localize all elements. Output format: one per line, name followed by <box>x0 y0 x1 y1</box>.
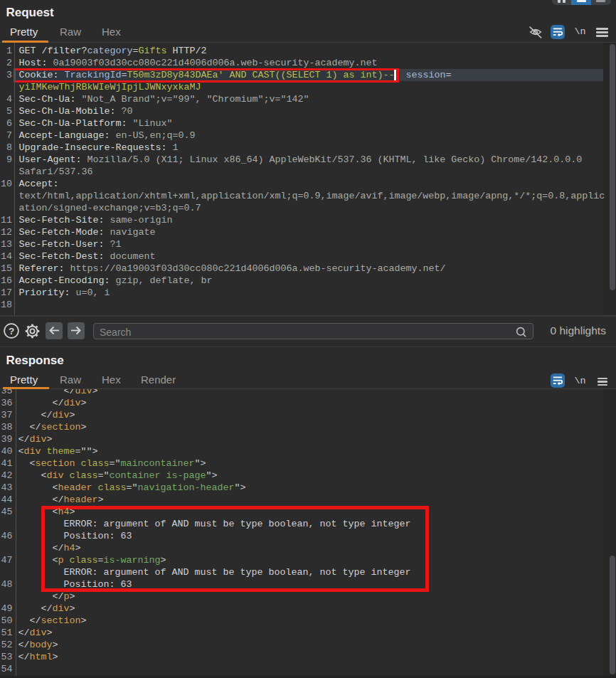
svg-text:?: ? <box>9 326 14 337</box>
